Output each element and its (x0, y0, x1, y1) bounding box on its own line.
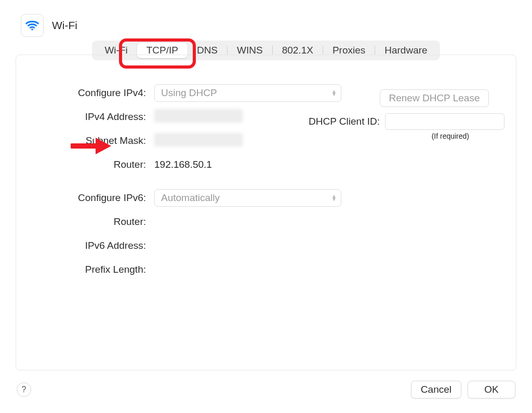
hint-if-required: (If required) (432, 132, 469, 140)
value-subnet-mask (151, 133, 243, 149)
svg-point-0 (31, 29, 33, 31)
cancel-button[interactable]: Cancel (411, 381, 461, 398)
select-value: Using DHCP (161, 87, 217, 99)
select-configure-ipv6[interactable]: Automatically ▲▼ (154, 189, 341, 207)
value-router-ipv4: 192.168.50.1 (151, 159, 212, 170)
select-value: Automatically (161, 192, 220, 204)
label-configure-ipv6: Configure IPv6: (16, 192, 151, 204)
value-ipv4-address (151, 109, 243, 125)
renew-dhcp-lease-button[interactable]: Renew DHCP Lease (380, 89, 489, 107)
tcpip-panel: Configure IPv4: Using DHCP ▲▼ IPv4 Addre… (16, 55, 516, 370)
label-router-ipv6: Router: (16, 216, 151, 228)
header: Wi-Fi (5, 5, 527, 36)
ok-button[interactable]: OK (468, 381, 515, 398)
chevron-up-down-icon: ▲▼ (331, 90, 337, 96)
wifi-icon (21, 14, 44, 37)
footer: ? Cancel OK (5, 377, 527, 403)
label-router-ipv4: Router: (16, 159, 151, 170)
label-ipv4-address: IPv4 Address: (16, 111, 151, 123)
help-button[interactable]: ? (17, 382, 31, 397)
select-configure-ipv4[interactable]: Using DHCP ▲▼ (154, 84, 341, 102)
label-prefix-length: Prefix Length: (16, 264, 151, 275)
redacted-value (154, 109, 243, 123)
redacted-value (154, 133, 243, 146)
label-ipv6-address: IPv6 Address: (16, 240, 151, 251)
page-title: Wi-Fi (52, 19, 77, 32)
chevron-up-down-icon: ▲▼ (331, 195, 337, 201)
label-subnet-mask: Subnet Mask: (16, 135, 151, 146)
label-dhcp-client-id: DHCP Client ID: (309, 116, 380, 127)
input-dhcp-client-id[interactable] (385, 113, 504, 130)
label-configure-ipv4: Configure IPv4: (16, 87, 151, 99)
network-settings-window: Wi-Fi Wi-Fi TCP/IP DNS WINS 802.1X Proxi… (5, 5, 527, 408)
